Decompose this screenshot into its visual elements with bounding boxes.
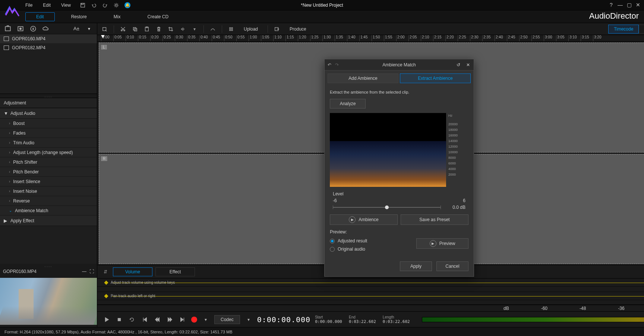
barbeat-toggle[interactable]: Bar/Beat: [639, 25, 644, 34]
stop-icon[interactable]: [115, 315, 123, 324]
fade-icon[interactable]: [208, 25, 217, 34]
dialog-undo-icon[interactable]: ↶: [328, 62, 331, 67]
level-slider[interactable]: [333, 207, 441, 208]
record-file-icon[interactable]: [17, 25, 24, 32]
media-item[interactable]: GOPR0160.MP4: [0, 34, 97, 43]
dropdown-icon[interactable]: ▾: [86, 25, 92, 32]
tab-effect[interactable]: Effect: [155, 267, 195, 276]
select-tool-icon[interactable]: [100, 25, 109, 34]
ruler-tick: 0:30: [175, 35, 187, 41]
maximize-icon[interactable]: ▢: [625, 1, 633, 8]
tab-create-cd[interactable]: Create CD: [134, 10, 182, 23]
codec-dropdown-icon[interactable]: ▾: [244, 315, 253, 324]
adjust-item-reverse[interactable]: ›Reverse: [0, 196, 97, 206]
adjust-item-trim[interactable]: ›Trim Audio: [0, 138, 97, 148]
play-icon[interactable]: [102, 315, 111, 324]
notification-badge-icon[interactable]: 🔔: [124, 2, 130, 8]
ruler-tick: 0:50: [224, 35, 236, 41]
delete-icon[interactable]: [154, 25, 163, 34]
adjust-item-length[interactable]: ›Adjust Length (change speed): [0, 148, 97, 157]
close-icon[interactable]: ✕: [634, 1, 642, 8]
channels-icon[interactable]: [227, 25, 236, 34]
menu-file[interactable]: File: [25, 3, 32, 8]
crop-icon[interactable]: [166, 25, 175, 34]
adjust-item-insert-silence[interactable]: ›Insert Silence: [0, 177, 97, 186]
svg-rect-29: [330, 141, 446, 187]
preview-label: Preview:: [330, 229, 397, 235]
redo-icon[interactable]: [102, 2, 108, 8]
save-preset-button[interactable]: Save as Preset: [401, 214, 468, 225]
timeline-ruler[interactable]: 0:000:050:100:150:200:250:300:350:400:45…: [97, 35, 644, 42]
minimize-preview-icon[interactable]: —: [82, 269, 86, 274]
radio-adjusted-result[interactable]: Adjusted result: [330, 237, 397, 245]
paste-icon[interactable]: [142, 25, 151, 34]
lane-toggle-icon[interactable]: ⇵: [101, 267, 110, 276]
expand-preview-icon[interactable]: ⛶: [89, 269, 94, 274]
preview-button[interactable]: ▶Preview: [416, 238, 468, 249]
undo-icon[interactable]: [91, 2, 97, 8]
cloud-icon[interactable]: [42, 25, 49, 32]
adjust-item-pitch-shifter[interactable]: ›Pitch Shifter: [0, 157, 97, 167]
tab-volume[interactable]: Volume: [113, 267, 152, 276]
font-size-button[interactable]: A±: [73, 25, 80, 32]
cut-icon[interactable]: [119, 25, 127, 34]
produce-button[interactable]: Produce: [284, 25, 312, 34]
menu-edit[interactable]: Edit: [43, 3, 51, 8]
panel-resize-handle[interactable]: [0, 94, 97, 98]
radio-icon: [330, 239, 335, 244]
media-item[interactable]: GOPR0182.MP4: [0, 43, 97, 52]
copy-icon[interactable]: [130, 25, 139, 34]
ambience-play-button[interactable]: ▶Ambience: [330, 214, 398, 225]
panel-resize-handle[interactable]: [0, 264, 97, 267]
help-icon[interactable]: ?: [607, 1, 615, 8]
ruler-tick: 1:10: [273, 35, 285, 41]
radio-original-audio[interactable]: Original audio: [330, 245, 397, 253]
keyframe-icon[interactable]: [104, 280, 108, 285]
import-icon[interactable]: [4, 25, 11, 32]
dialog-close-icon[interactable]: ✕: [465, 62, 471, 67]
minimize-icon[interactable]: —: [616, 1, 624, 8]
codec-button[interactable]: Codec: [214, 315, 240, 324]
adjust-item-pitch-bender[interactable]: ›Pitch Bender: [0, 167, 97, 177]
upload-button[interactable]: Upload: [239, 25, 263, 34]
settings-icon[interactable]: [113, 2, 119, 8]
dropdown-icon[interactable]: ▾: [190, 25, 199, 34]
normalize-icon[interactable]: [178, 25, 187, 34]
dialog-redo-icon[interactable]: ↷: [335, 62, 339, 67]
adjust-item-ambience-match[interactable]: ⌄Ambience Match: [0, 206, 97, 216]
export-icon[interactable]: [272, 25, 281, 34]
adjust-item-insert-noise[interactable]: ›Insert Noise: [0, 186, 97, 196]
slider-thumb[interactable]: [385, 205, 389, 209]
tab-edit[interactable]: Edit: [25, 12, 55, 21]
tab-mix[interactable]: Mix: [100, 10, 134, 23]
tab-extract-ambience[interactable]: Extract Ambience: [400, 73, 471, 83]
volume-keyframe-lane[interactable]: Adjust track volume using volume keys -1…: [97, 279, 644, 287]
playhead-icon[interactable]: [101, 35, 105, 38]
menu-view[interactable]: View: [61, 3, 71, 8]
category-label: Adjust Audio: [10, 111, 35, 116]
video-preview[interactable]: [0, 278, 97, 325]
rew-icon[interactable]: [153, 315, 161, 324]
adjust-item-boost[interactable]: ›Boost: [0, 119, 97, 128]
next-icon[interactable]: [179, 315, 187, 324]
analyze-button[interactable]: Analyze: [330, 99, 366, 109]
prev-icon[interactable]: [141, 315, 149, 324]
ruler-tick: 3:15: [581, 35, 593, 41]
apply-effect-category[interactable]: ▶Apply Effect: [0, 216, 97, 226]
loop-icon[interactable]: [128, 315, 136, 324]
adjust-item-fades[interactable]: ›Fades: [0, 128, 97, 138]
record-button[interactable]: [191, 317, 197, 323]
record-dropdown-icon[interactable]: ▾: [202, 315, 210, 324]
cancel-button[interactable]: Cancel: [436, 261, 468, 271]
tab-add-ambience[interactable]: Add Ambience: [328, 73, 398, 83]
timecode-toggle[interactable]: Timecode: [608, 25, 639, 34]
keyframe-icon[interactable]: [104, 294, 108, 298]
adjust-audio-category[interactable]: ▼Adjust Audio: [0, 108, 97, 119]
apply-button[interactable]: Apply: [400, 261, 432, 271]
tab-restore[interactable]: Restore: [58, 10, 100, 23]
ff-icon[interactable]: [166, 315, 174, 324]
dialog-reset-icon[interactable]: ↺: [455, 62, 462, 67]
download-media-icon[interactable]: [30, 25, 37, 32]
save-icon[interactable]: [80, 2, 86, 8]
pan-keyframe-lane[interactable]: Pan track audio left or right L: [97, 292, 644, 300]
